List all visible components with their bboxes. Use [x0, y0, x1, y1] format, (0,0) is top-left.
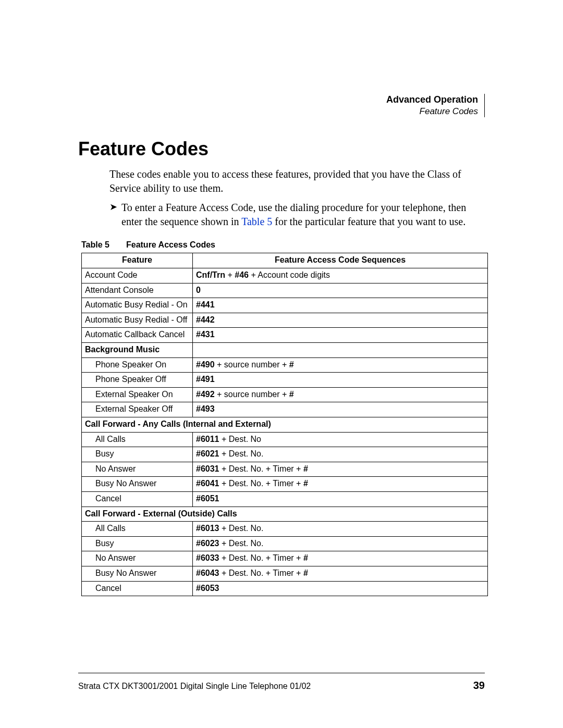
feature-label: Busy — [85, 448, 114, 460]
code-cell: #6033 + Dest. No. + Timer + # — [193, 551, 488, 566]
code-cell: #441 — [193, 298, 488, 313]
footer-rule — [78, 673, 485, 673]
code-cell: #6041 + Dest. No. + Timer + # — [193, 477, 488, 492]
feature-cell: No Answer — [82, 551, 193, 566]
code-cell: #6031 + Dest. No. + Timer + # — [193, 462, 488, 477]
table-section-row: Call Forward - External (Outside) Calls — [82, 507, 488, 522]
feature-cell: Background Music — [82, 343, 193, 358]
feature-cell: Busy No Answer — [82, 477, 193, 492]
feature-label: Busy — [85, 538, 114, 549]
table-header-row: Feature Feature Access Code Sequences — [82, 253, 488, 268]
code-cell: #491 — [193, 373, 488, 388]
code-text: + Dest. No. + Timer + — [219, 553, 303, 562]
code-text: + source number + — [215, 360, 289, 369]
header-section: Advanced Operation — [78, 94, 478, 106]
feature-cell: Phone Speaker Off — [82, 373, 193, 388]
feature-label: No Answer — [85, 552, 136, 564]
feature-cell: Account Code — [82, 268, 193, 283]
feature-cell: Call Forward - Any Calls (Internal and E… — [82, 417, 488, 433]
code-bold: 0 — [196, 286, 201, 294]
feature-label: Busy No Answer — [85, 478, 156, 489]
code-bold: #6033 — [196, 553, 219, 562]
code-bold: # — [303, 464, 308, 473]
feature-cell: Call Forward - External (Outside) Calls — [82, 507, 488, 522]
code-bold: #493 — [196, 404, 215, 413]
code-text: + Dest. No. — [219, 524, 264, 533]
code-bold: # — [289, 390, 294, 399]
code-cell: 0 — [193, 283, 488, 298]
feature-cell: Busy — [82, 536, 193, 551]
feature-cell: No Answer — [82, 462, 193, 477]
code-bold: # — [303, 569, 308, 577]
code-bold: #491 — [196, 375, 215, 384]
code-cell: #6053 — [193, 581, 488, 596]
feature-label: All Calls — [85, 434, 126, 445]
feature-cell: Busy No Answer — [82, 566, 193, 581]
code-bold: #6051 — [196, 494, 219, 503]
table-row: All Calls #6011 + Dest. No — [82, 432, 488, 447]
code-bold: #6023 — [196, 539, 219, 548]
table-row: External Speaker Off #493 — [82, 402, 488, 417]
code-text: + — [225, 270, 235, 279]
feature-label: Phone Speaker Off — [85, 374, 166, 385]
page-number: 39 — [473, 680, 485, 692]
code-text: + Account code digits — [249, 270, 330, 279]
table-row: Automatic Callback Cancel #431 — [82, 328, 488, 343]
feature-label: No Answer — [85, 463, 136, 475]
feature-label: Cancel — [85, 493, 121, 504]
table-row: Busy #6023 + Dest. No. — [82, 536, 488, 551]
th-feature: Feature — [82, 253, 193, 268]
code-text: + Dest. No. + Timer + — [219, 569, 303, 577]
code-text: + Dest. No. — [219, 449, 264, 458]
table-row: Phone Speaker Off #491 — [82, 373, 488, 388]
table-row: Attendant Console 0 — [82, 283, 488, 298]
code-text: + Dest. No. — [219, 539, 264, 548]
caption-label: Table 5 — [81, 240, 109, 249]
code-cell — [193, 343, 488, 358]
feature-cell: All Calls — [82, 522, 193, 537]
code-bold: #490 — [196, 360, 215, 369]
code-text: + Dest. No. + Timer + — [219, 464, 303, 473]
table-row: Automatic Busy Redial - On #441 — [82, 298, 488, 313]
bullet-item: ➤ To enter a Feature Access Code, use th… — [78, 201, 485, 229]
code-text: + source number + — [215, 390, 289, 399]
feature-label: Busy No Answer — [85, 567, 156, 579]
code-cell: #6013 + Dest. No. — [193, 522, 488, 537]
arrow-icon: ➤ — [109, 201, 121, 229]
feature-cell: Automatic Busy Redial - On — [82, 298, 193, 313]
code-bold: #431 — [196, 330, 215, 339]
code-cell: #493 — [193, 402, 488, 417]
table-row: External Speaker On #492 + source number… — [82, 387, 488, 402]
table-link[interactable]: Table 5 — [241, 216, 272, 227]
feature-cell: Cancel — [82, 491, 193, 507]
code-bold: #6013 — [196, 524, 219, 533]
code-bold: #442 — [196, 315, 215, 324]
footer-doc-title: Strata CTX DKT3001/2001 Digital Single L… — [78, 682, 311, 691]
feature-cell: Automatic Callback Cancel — [82, 328, 193, 343]
feature-label: External Speaker Off — [85, 403, 173, 415]
table-row: Cancel #6051 — [82, 491, 488, 507]
feature-label: Cancel — [85, 583, 121, 594]
code-cell: #431 — [193, 328, 488, 343]
code-bold: # — [303, 479, 308, 488]
code-bold: #46 — [235, 270, 249, 279]
code-cell: #6011 + Dest. No — [193, 432, 488, 447]
caption-title: Feature Access Codes — [126, 240, 215, 249]
code-bold: # — [289, 360, 294, 369]
bullet-text: To enter a Feature Access Code, use the … — [121, 201, 485, 229]
code-cell: #6023 + Dest. No. — [193, 536, 488, 551]
code-cell: #490 + source number + # — [193, 357, 488, 373]
table-section-row: Call Forward - Any Calls (Internal and E… — [82, 417, 488, 433]
code-text: + Dest. No. + Timer + — [219, 479, 303, 488]
code-cell: #442 — [193, 313, 488, 328]
bullet-suffix: for the particular feature that you want… — [272, 216, 466, 227]
code-cell: Cnf/Trn + #46 + Account code digits — [193, 268, 488, 283]
table-row: All Calls #6013 + Dest. No. — [82, 522, 488, 537]
code-bold: #6011 — [196, 435, 219, 443]
feature-label: Phone Speaker On — [85, 359, 166, 371]
code-bold: Cnf/Trn — [196, 270, 225, 279]
table-row: Account Code Cnf/Trn + #46 + Account cod… — [82, 268, 488, 283]
code-bold: #6043 — [196, 569, 219, 577]
feature-cell: External Speaker Off — [82, 402, 193, 417]
code-cell: #6043 + Dest. No. + Timer + # — [193, 566, 488, 581]
